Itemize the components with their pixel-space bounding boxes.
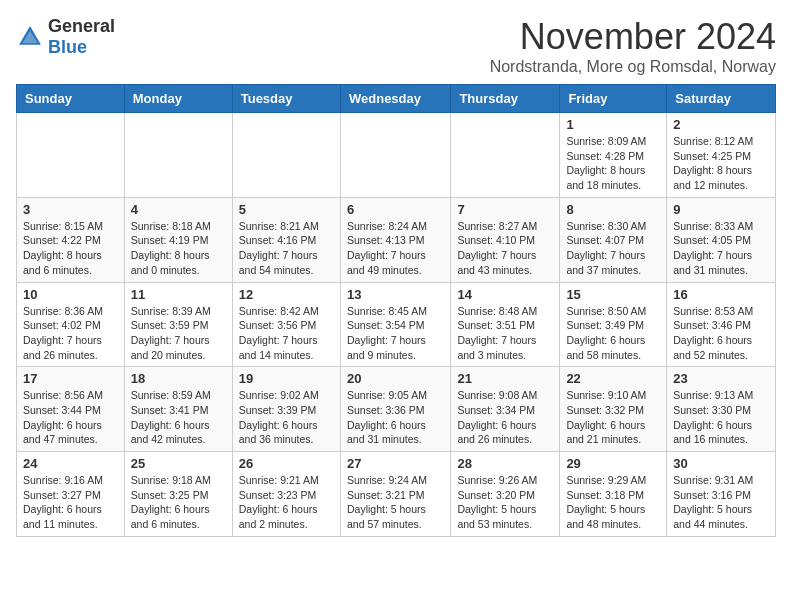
day-number: 13 bbox=[347, 287, 444, 302]
calendar-body: 1Sunrise: 8:09 AM Sunset: 4:28 PM Daylig… bbox=[17, 113, 776, 537]
day-info: Sunrise: 8:42 AM Sunset: 3:56 PM Dayligh… bbox=[239, 304, 334, 363]
calendar-cell bbox=[451, 113, 560, 198]
day-number: 25 bbox=[131, 456, 226, 471]
day-info: Sunrise: 9:18 AM Sunset: 3:25 PM Dayligh… bbox=[131, 473, 226, 532]
day-info: Sunrise: 9:08 AM Sunset: 3:34 PM Dayligh… bbox=[457, 388, 553, 447]
day-number: 26 bbox=[239, 456, 334, 471]
day-number: 24 bbox=[23, 456, 118, 471]
calendar-cell: 24Sunrise: 9:16 AM Sunset: 3:27 PM Dayli… bbox=[17, 452, 125, 537]
day-info: Sunrise: 9:31 AM Sunset: 3:16 PM Dayligh… bbox=[673, 473, 769, 532]
day-number: 18 bbox=[131, 371, 226, 386]
day-number: 19 bbox=[239, 371, 334, 386]
weekday-header-sunday: Sunday bbox=[17, 85, 125, 113]
calendar-cell: 10Sunrise: 8:36 AM Sunset: 4:02 PM Dayli… bbox=[17, 282, 125, 367]
day-info: Sunrise: 8:30 AM Sunset: 4:07 PM Dayligh… bbox=[566, 219, 660, 278]
day-info: Sunrise: 8:15 AM Sunset: 4:22 PM Dayligh… bbox=[23, 219, 118, 278]
day-info: Sunrise: 9:26 AM Sunset: 3:20 PM Dayligh… bbox=[457, 473, 553, 532]
day-info: Sunrise: 8:36 AM Sunset: 4:02 PM Dayligh… bbox=[23, 304, 118, 363]
weekday-header-row: SundayMondayTuesdayWednesdayThursdayFrid… bbox=[17, 85, 776, 113]
day-info: Sunrise: 8:27 AM Sunset: 4:10 PM Dayligh… bbox=[457, 219, 553, 278]
calendar-table: SundayMondayTuesdayWednesdayThursdayFrid… bbox=[16, 84, 776, 537]
calendar-cell: 28Sunrise: 9:26 AM Sunset: 3:20 PM Dayli… bbox=[451, 452, 560, 537]
logo-text: General Blue bbox=[48, 16, 115, 58]
weekday-header-thursday: Thursday bbox=[451, 85, 560, 113]
weekday-header-wednesday: Wednesday bbox=[340, 85, 450, 113]
logo-blue: Blue bbox=[48, 37, 87, 57]
day-number: 15 bbox=[566, 287, 660, 302]
calendar-cell: 15Sunrise: 8:50 AM Sunset: 3:49 PM Dayli… bbox=[560, 282, 667, 367]
day-number: 4 bbox=[131, 202, 226, 217]
day-number: 6 bbox=[347, 202, 444, 217]
calendar-week-row: 3Sunrise: 8:15 AM Sunset: 4:22 PM Daylig… bbox=[17, 197, 776, 282]
weekday-header-tuesday: Tuesday bbox=[232, 85, 340, 113]
calendar-cell: 30Sunrise: 9:31 AM Sunset: 3:16 PM Dayli… bbox=[667, 452, 776, 537]
day-number: 11 bbox=[131, 287, 226, 302]
day-number: 23 bbox=[673, 371, 769, 386]
day-info: Sunrise: 8:33 AM Sunset: 4:05 PM Dayligh… bbox=[673, 219, 769, 278]
day-number: 8 bbox=[566, 202, 660, 217]
calendar-cell: 29Sunrise: 9:29 AM Sunset: 3:18 PM Dayli… bbox=[560, 452, 667, 537]
calendar-week-row: 1Sunrise: 8:09 AM Sunset: 4:28 PM Daylig… bbox=[17, 113, 776, 198]
day-number: 2 bbox=[673, 117, 769, 132]
day-number: 21 bbox=[457, 371, 553, 386]
day-number: 30 bbox=[673, 456, 769, 471]
month-title: November 2024 bbox=[490, 16, 776, 58]
day-info: Sunrise: 9:10 AM Sunset: 3:32 PM Dayligh… bbox=[566, 388, 660, 447]
calendar-cell: 7Sunrise: 8:27 AM Sunset: 4:10 PM Daylig… bbox=[451, 197, 560, 282]
day-number: 12 bbox=[239, 287, 334, 302]
calendar-cell: 21Sunrise: 9:08 AM Sunset: 3:34 PM Dayli… bbox=[451, 367, 560, 452]
page-header: General Blue November 2024 Nordstranda, … bbox=[16, 16, 776, 76]
day-info: Sunrise: 8:12 AM Sunset: 4:25 PM Dayligh… bbox=[673, 134, 769, 193]
day-info: Sunrise: 9:16 AM Sunset: 3:27 PM Dayligh… bbox=[23, 473, 118, 532]
calendar-cell: 27Sunrise: 9:24 AM Sunset: 3:21 PM Dayli… bbox=[340, 452, 450, 537]
day-info: Sunrise: 9:05 AM Sunset: 3:36 PM Dayligh… bbox=[347, 388, 444, 447]
day-number: 17 bbox=[23, 371, 118, 386]
calendar-cell: 6Sunrise: 8:24 AM Sunset: 4:13 PM Daylig… bbox=[340, 197, 450, 282]
calendar-cell: 13Sunrise: 8:45 AM Sunset: 3:54 PM Dayli… bbox=[340, 282, 450, 367]
day-info: Sunrise: 9:24 AM Sunset: 3:21 PM Dayligh… bbox=[347, 473, 444, 532]
calendar-cell: 16Sunrise: 8:53 AM Sunset: 3:46 PM Dayli… bbox=[667, 282, 776, 367]
day-number: 5 bbox=[239, 202, 334, 217]
calendar-cell: 5Sunrise: 8:21 AM Sunset: 4:16 PM Daylig… bbox=[232, 197, 340, 282]
day-info: Sunrise: 8:56 AM Sunset: 3:44 PM Dayligh… bbox=[23, 388, 118, 447]
day-info: Sunrise: 8:53 AM Sunset: 3:46 PM Dayligh… bbox=[673, 304, 769, 363]
day-number: 28 bbox=[457, 456, 553, 471]
day-info: Sunrise: 9:02 AM Sunset: 3:39 PM Dayligh… bbox=[239, 388, 334, 447]
day-number: 3 bbox=[23, 202, 118, 217]
calendar-cell: 23Sunrise: 9:13 AM Sunset: 3:30 PM Dayli… bbox=[667, 367, 776, 452]
day-number: 1 bbox=[566, 117, 660, 132]
day-number: 29 bbox=[566, 456, 660, 471]
calendar-cell bbox=[17, 113, 125, 198]
logo: General Blue bbox=[16, 16, 115, 58]
calendar-cell bbox=[232, 113, 340, 198]
calendar-cell bbox=[124, 113, 232, 198]
calendar-week-row: 24Sunrise: 9:16 AM Sunset: 3:27 PM Dayli… bbox=[17, 452, 776, 537]
day-info: Sunrise: 8:21 AM Sunset: 4:16 PM Dayligh… bbox=[239, 219, 334, 278]
calendar-cell: 20Sunrise: 9:05 AM Sunset: 3:36 PM Dayli… bbox=[340, 367, 450, 452]
day-info: Sunrise: 8:18 AM Sunset: 4:19 PM Dayligh… bbox=[131, 219, 226, 278]
title-area: November 2024 Nordstranda, More og Romsd… bbox=[490, 16, 776, 76]
calendar-cell: 9Sunrise: 8:33 AM Sunset: 4:05 PM Daylig… bbox=[667, 197, 776, 282]
day-number: 27 bbox=[347, 456, 444, 471]
day-info: Sunrise: 8:59 AM Sunset: 3:41 PM Dayligh… bbox=[131, 388, 226, 447]
day-number: 9 bbox=[673, 202, 769, 217]
calendar-week-row: 17Sunrise: 8:56 AM Sunset: 3:44 PM Dayli… bbox=[17, 367, 776, 452]
day-number: 16 bbox=[673, 287, 769, 302]
weekday-header-saturday: Saturday bbox=[667, 85, 776, 113]
calendar-cell: 26Sunrise: 9:21 AM Sunset: 3:23 PM Dayli… bbox=[232, 452, 340, 537]
day-info: Sunrise: 8:09 AM Sunset: 4:28 PM Dayligh… bbox=[566, 134, 660, 193]
day-info: Sunrise: 8:48 AM Sunset: 3:51 PM Dayligh… bbox=[457, 304, 553, 363]
calendar-week-row: 10Sunrise: 8:36 AM Sunset: 4:02 PM Dayli… bbox=[17, 282, 776, 367]
weekday-header-friday: Friday bbox=[560, 85, 667, 113]
location-subtitle: Nordstranda, More og Romsdal, Norway bbox=[490, 58, 776, 76]
calendar-header: SundayMondayTuesdayWednesdayThursdayFrid… bbox=[17, 85, 776, 113]
calendar-cell: 14Sunrise: 8:48 AM Sunset: 3:51 PM Dayli… bbox=[451, 282, 560, 367]
day-number: 22 bbox=[566, 371, 660, 386]
calendar-cell: 8Sunrise: 8:30 AM Sunset: 4:07 PM Daylig… bbox=[560, 197, 667, 282]
calendar-cell: 4Sunrise: 8:18 AM Sunset: 4:19 PM Daylig… bbox=[124, 197, 232, 282]
calendar-cell: 19Sunrise: 9:02 AM Sunset: 3:39 PM Dayli… bbox=[232, 367, 340, 452]
calendar-cell: 17Sunrise: 8:56 AM Sunset: 3:44 PM Dayli… bbox=[17, 367, 125, 452]
calendar-cell: 11Sunrise: 8:39 AM Sunset: 3:59 PM Dayli… bbox=[124, 282, 232, 367]
day-info: Sunrise: 9:21 AM Sunset: 3:23 PM Dayligh… bbox=[239, 473, 334, 532]
day-number: 20 bbox=[347, 371, 444, 386]
